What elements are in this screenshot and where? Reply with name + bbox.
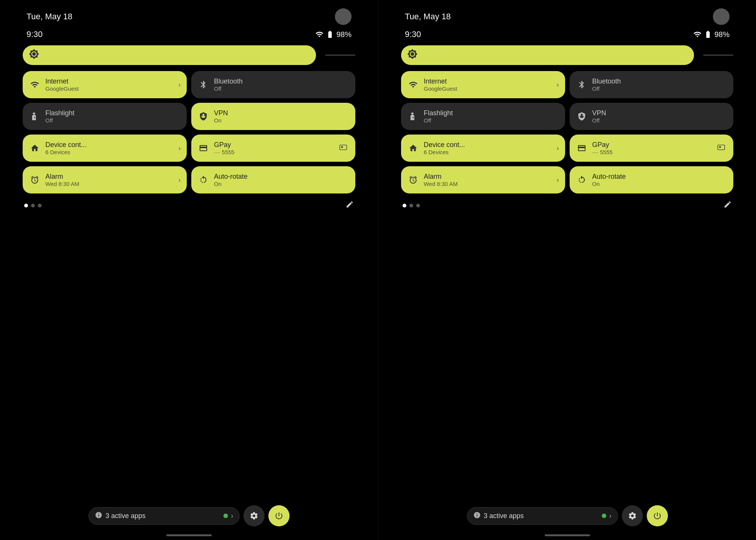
vpn-icon	[197, 110, 209, 122]
tile-chevron-internet[interactable]: ›	[178, 81, 181, 89]
tile-chevron-internet[interactable]: ›	[557, 81, 559, 89]
tile-autorotate[interactable]: Auto-rotate On	[191, 166, 355, 193]
wifi-status-icon	[693, 30, 702, 39]
phone-panel-right: Tue, May 18 9:30 98% Internet GoogleGues…	[378, 0, 756, 540]
tile-text-flashlight: Flashlight Off	[424, 109, 559, 124]
tile-bluetooth[interactable]: Bluetooth Off	[191, 71, 355, 98]
tile-vpn[interactable]: VPN Off	[570, 103, 734, 130]
battery-status-icon	[704, 30, 712, 39]
home-indicator	[545, 534, 590, 536]
page-dot-0[interactable]	[24, 204, 28, 207]
tile-chevron-device-control[interactable]: ›	[178, 144, 181, 152]
rotate-icon	[197, 174, 209, 186]
page-dots	[403, 204, 420, 207]
page-dot-2[interactable]	[38, 204, 42, 207]
vpn-icon	[576, 110, 588, 122]
home-indicator	[166, 534, 212, 536]
status-icons: 98%	[315, 30, 352, 39]
tile-flashlight[interactable]: Flashlight Off	[23, 103, 187, 130]
settings-button[interactable]	[622, 505, 643, 526]
tile-text-gpay: GPay ···· 5555	[592, 141, 711, 156]
status-date: Tue, May 18	[26, 12, 72, 22]
power-button[interactable]	[268, 505, 290, 526]
bottom-bar: 3 active apps ›	[0, 505, 378, 526]
tile-autorotate[interactable]: Auto-rotate On	[570, 166, 734, 193]
tile-subtitle-internet: GoogleGuest	[424, 85, 552, 92]
card-icon	[197, 142, 209, 154]
tile-flashlight[interactable]: Flashlight Off	[401, 103, 565, 130]
tile-internet[interactable]: Internet GoogleGuest ›	[23, 71, 187, 98]
edit-icon[interactable]	[723, 200, 732, 210]
screen-container: Tue, May 18 9:30 98% Internet GoogleGues…	[0, 0, 756, 540]
edit-icon[interactable]	[345, 200, 354, 210]
tile-chevron-alarm[interactable]: ›	[178, 176, 181, 184]
tile-text-autorotate: Auto-rotate On	[214, 173, 349, 187]
quick-tiles-grid: Internet GoogleGuest › Bluetooth Off Fla…	[401, 71, 733, 193]
tile-text-bluetooth: Bluetooth Off	[214, 77, 349, 92]
tile-text-internet: Internet GoogleGuest	[424, 77, 552, 92]
tile-device-control[interactable]: Device cont... 6 Devices ›	[401, 135, 565, 162]
tile-title-bluetooth: Bluetooth	[214, 77, 349, 86]
home-icon	[29, 142, 41, 154]
svg-rect-0	[340, 145, 347, 150]
active-apps-text: 3 active apps	[105, 512, 220, 520]
pill-chevron[interactable]: ›	[609, 512, 612, 520]
bluetooth-icon	[197, 79, 209, 91]
tile-subtitle-alarm: Wed 8:30 AM	[45, 181, 174, 187]
tile-alarm[interactable]: Alarm Wed 8:30 AM ›	[401, 166, 565, 193]
tile-chevron-device-control[interactable]: ›	[557, 144, 559, 152]
brightness-row[interactable]	[401, 45, 733, 65]
wifi-icon	[407, 79, 419, 91]
status-time: 9:30	[26, 29, 43, 39]
tile-gpay[interactable]: GPay ···· 5555	[191, 135, 355, 162]
brightness-row[interactable]	[23, 45, 355, 65]
tile-title-flashlight: Flashlight	[45, 109, 181, 118]
brightness-slider[interactable]	[23, 45, 316, 65]
alarm-icon	[29, 174, 41, 186]
dots-row	[23, 197, 355, 214]
pill-chevron[interactable]: ›	[231, 512, 233, 520]
tile-chevron-alarm[interactable]: ›	[557, 176, 559, 184]
tile-vpn[interactable]: VPN On	[191, 103, 355, 130]
brightness-slider[interactable]	[401, 45, 694, 65]
tile-title-flashlight: Flashlight	[424, 109, 559, 118]
phone-panel-left: Tue, May 18 9:30 98% Internet GoogleGues…	[0, 0, 378, 540]
svg-rect-1	[341, 146, 343, 148]
active-apps-pill[interactable]: 3 active apps ›	[467, 507, 618, 525]
tile-text-internet: Internet GoogleGuest	[45, 77, 174, 92]
svg-rect-3	[719, 146, 721, 148]
tile-internet[interactable]: Internet GoogleGuest ›	[401, 71, 565, 98]
page-dot-0[interactable]	[403, 204, 406, 207]
page-dot-1[interactable]	[31, 204, 35, 207]
tile-text-gpay: GPay ···· 5555	[214, 141, 333, 156]
active-apps-text: 3 active apps	[484, 512, 599, 520]
tile-title-internet: Internet	[424, 77, 552, 86]
page-dots	[24, 204, 42, 207]
status-bar: Tue, May 18	[23, 0, 355, 28]
flashlight-icon	[407, 110, 419, 122]
tile-title-gpay: GPay	[214, 141, 333, 149]
tile-subtitle-gpay: ···· 5555	[592, 149, 711, 155]
tile-subtitle-bluetooth: Off	[592, 85, 728, 92]
power-button[interactable]	[647, 505, 668, 526]
info-icon	[95, 511, 102, 521]
tile-alarm[interactable]: Alarm Wed 8:30 AM ›	[23, 166, 187, 193]
tile-subtitle-autorotate: On	[592, 181, 728, 187]
tile-gpay[interactable]: GPay ···· 5555	[570, 135, 734, 162]
camera-circle	[335, 8, 352, 25]
tile-device-control[interactable]: Device cont... 6 Devices ›	[23, 135, 187, 162]
tile-title-device-control: Device cont...	[424, 141, 552, 149]
brightness-line	[703, 54, 733, 56]
page-dot-1[interactable]	[409, 204, 413, 207]
settings-button[interactable]	[243, 505, 265, 526]
tile-text-flashlight: Flashlight Off	[45, 109, 181, 124]
page-dot-2[interactable]	[416, 204, 420, 207]
tile-title-vpn: VPN	[214, 109, 349, 118]
wifi-icon	[29, 79, 41, 91]
card-chip-icon	[715, 143, 727, 153]
rotate-icon	[576, 174, 588, 186]
tile-text-autorotate: Auto-rotate On	[592, 173, 728, 187]
active-apps-pill[interactable]: 3 active apps ›	[88, 507, 240, 525]
tile-bluetooth[interactable]: Bluetooth Off	[570, 71, 734, 98]
tile-title-autorotate: Auto-rotate	[592, 173, 728, 181]
